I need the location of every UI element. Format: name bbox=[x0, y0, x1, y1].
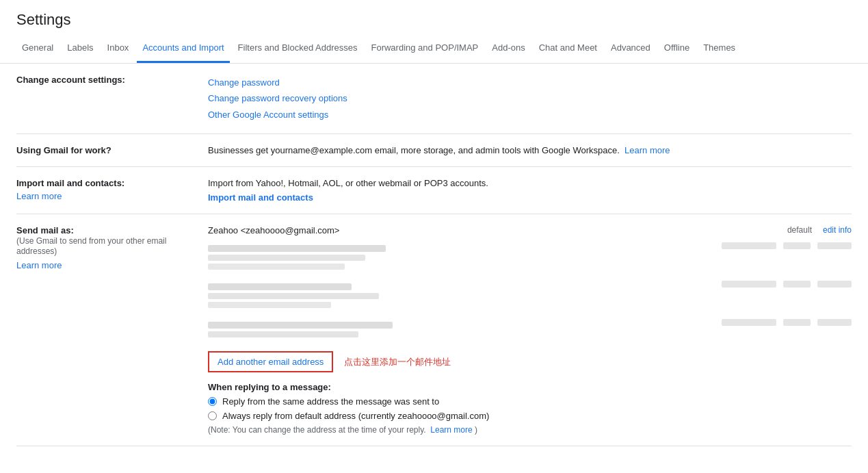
add-email-annotation: 点击这里添加一个邮件地址 bbox=[344, 356, 451, 368]
primary-email-row: Zeahoo <zeahoooo@gmail.com> default edit… bbox=[208, 225, 852, 235]
default-badge: default bbox=[787, 225, 812, 235]
radio-reply-same[interactable]: Reply from the same address the message … bbox=[208, 396, 852, 407]
primary-email-actions: default edit info bbox=[715, 225, 852, 235]
change-account-label: Change account settings: bbox=[16, 75, 125, 85]
import-mail-content: Import from Yahoo!, Hotmail, AOL, or oth… bbox=[208, 178, 852, 203]
using-gmail-learn-more[interactable]: Learn more bbox=[624, 145, 670, 155]
add-email-row: Add another email address 点击这里添加一个邮件地址 bbox=[208, 351, 852, 372]
edit-info-link[interactable]: edit info bbox=[823, 225, 852, 235]
send-mail-row: Send mail as: (Use Gmail to send from yo… bbox=[16, 214, 852, 446]
import-mail-row: Import mail and contacts: Learn more Imp… bbox=[16, 167, 852, 214]
tab-forwarding[interactable]: Forwarding and POP/IMAP bbox=[365, 34, 484, 63]
reply-note: (Note: You can change the address at the… bbox=[208, 425, 852, 435]
tab-chat-meet[interactable]: Chat and Meet bbox=[534, 34, 603, 63]
email-entry-1 bbox=[208, 242, 852, 272]
using-gmail-row: Using Gmail for work? Businesses get you… bbox=[16, 134, 852, 167]
import-mail-description: Import from Yahoo!, Hotmail, AOL, or oth… bbox=[208, 178, 488, 188]
change-password-link[interactable]: Change password bbox=[208, 77, 280, 88]
google-account-settings-link[interactable]: Other Google Account settings bbox=[208, 110, 328, 120]
send-mail-sublabel: (Use Gmail to send from your other email… bbox=[16, 236, 166, 256]
tab-accounts-import[interactable]: Accounts and Import bbox=[137, 34, 229, 63]
tab-themes[interactable]: Themes bbox=[698, 34, 741, 63]
primary-email-info: Zeahoo <zeahoooo@gmail.com> bbox=[208, 225, 715, 235]
send-mail-learn-more[interactable]: Learn more bbox=[16, 260, 62, 270]
change-account-row: Change account settings: Change password… bbox=[16, 64, 852, 134]
import-mail-label: Import mail and contacts: bbox=[16, 178, 124, 188]
tab-inbox[interactable]: Inbox bbox=[102, 34, 135, 63]
radio-reply-default[interactable]: Always reply from default address (curre… bbox=[208, 411, 852, 421]
tab-offline[interactable]: Offline bbox=[659, 34, 695, 63]
import-mail-action[interactable]: Import mail and contacts bbox=[208, 192, 313, 203]
reply-header: When replying to a message: bbox=[208, 382, 852, 392]
settings-title: Settings bbox=[0, 0, 868, 29]
change-account-content: Change password Change password recovery… bbox=[208, 75, 852, 123]
email-entry-3 bbox=[208, 319, 852, 340]
change-password-recovery-link[interactable]: Change password recovery options bbox=[208, 93, 347, 103]
tab-advanced[interactable]: Advanced bbox=[605, 34, 656, 63]
note-learn-more[interactable]: Learn more bbox=[430, 425, 472, 435]
add-email-button[interactable]: Add another email address bbox=[208, 351, 333, 372]
send-mail-label: Send mail as: bbox=[16, 225, 74, 235]
using-gmail-text: Businesses get yourname@example.com emai… bbox=[208, 145, 620, 155]
send-mail-content: Zeahoo <zeahoooo@gmail.com> default edit… bbox=[208, 225, 852, 435]
import-learn-more[interactable]: Learn more bbox=[16, 191, 62, 201]
using-gmail-label: Using Gmail for work? bbox=[16, 145, 111, 155]
using-gmail-content: Businesses get yourname@example.com emai… bbox=[208, 145, 852, 155]
nav-tabs: General Labels Inbox Accounts and Import… bbox=[0, 34, 868, 64]
tab-filters[interactable]: Filters and Blocked Addresses bbox=[233, 34, 363, 63]
tab-general[interactable]: General bbox=[16, 34, 59, 63]
radio-group: Reply from the same address the message … bbox=[208, 396, 852, 421]
tab-addons[interactable]: Add-ons bbox=[486, 34, 530, 63]
email-entry-2 bbox=[208, 281, 852, 311]
tab-labels[interactable]: Labels bbox=[62, 34, 98, 63]
